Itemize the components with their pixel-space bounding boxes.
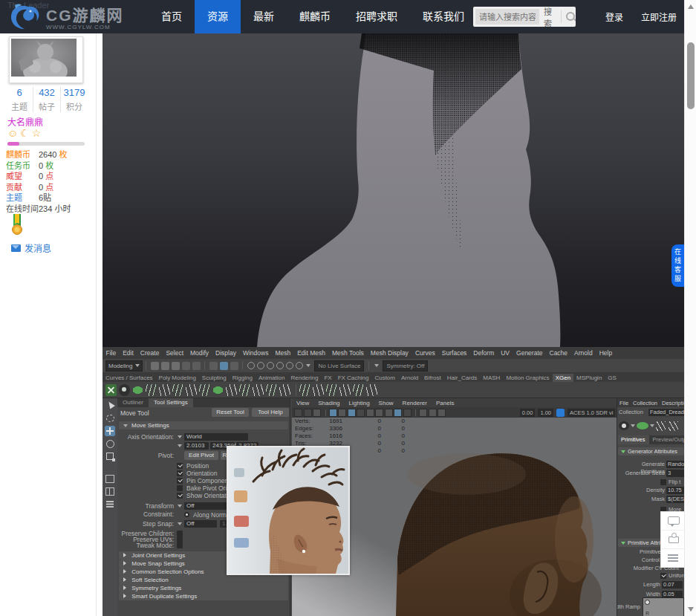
search-scope-label[interactable]: 搜索	[539, 7, 561, 27]
nav-item-home[interactable]: 首页	[149, 0, 195, 33]
online-service-tab[interactable]: 在线客服	[671, 244, 684, 287]
field-contribution: 贡献 0 点	[6, 182, 94, 193]
experience-progressbar	[7, 142, 85, 146]
tool-help-button: Tool Help	[252, 408, 289, 417]
snap-plane-icon	[276, 362, 284, 369]
nav-item-jobs[interactable]: 招聘求职	[343, 0, 410, 33]
maya-ui: FileEditCreate SelectModifyDisplay Windo…	[103, 347, 684, 616]
mask-field: $(DESC)/	[666, 496, 684, 503]
search-input[interactable]	[475, 9, 539, 25]
stat-posts[interactable]: 432 帖子	[33, 87, 60, 112]
colorspace-field: ACES 1.0 SDR vi	[567, 409, 615, 417]
experience-progress-fill	[7, 142, 19, 146]
move-x-field: 2.0103	[184, 442, 209, 450]
width-ramp-widget: R	[643, 597, 684, 616]
viewport-iconbar: 0.00 1.00 ACES 1.0 SDR vi	[292, 407, 617, 418]
open-scene-icon	[161, 362, 169, 370]
generate-primitives-field: Randomly	[666, 461, 684, 468]
scroll-down-arrow-icon[interactable]	[688, 607, 694, 612]
outliner-pane-icon	[105, 499, 115, 509]
generator-attributes-section: Generator Attributes	[618, 447, 684, 455]
xgen-toolbar-icons	[619, 418, 684, 434]
xgen-shelf-icons	[103, 382, 684, 398]
user-fields: 麒麟币 2640 枚 任务币 0 枚 威望 0 点 贡献 0 点 主题 6贴 在…	[6, 149, 94, 215]
density-field: 10.75	[666, 487, 684, 494]
field-online-time: 在线时间 234 小时	[6, 204, 94, 215]
user-stats: 6 主题 432 帖子 3179 积分	[6, 87, 88, 112]
redo-icon	[192, 362, 201, 370]
home-button[interactable]	[661, 531, 685, 549]
nav-item-contact[interactable]: 联系我们	[410, 0, 477, 33]
collection-name-field: Faded_Dreads	[648, 409, 684, 416]
reference-photo	[227, 446, 350, 575]
quick-action-widget	[660, 511, 686, 568]
new-scene-icon	[151, 362, 159, 370]
exposure-field: 0.00	[520, 409, 536, 417]
add-primitives-icon	[656, 421, 666, 431]
move-settings-section: Move Settings	[119, 421, 288, 429]
move-tool-icon	[105, 426, 115, 436]
component-mode-icon	[230, 362, 238, 370]
post-screenshot-image[interactable]: FileEditCreate SelectModifyDisplay Windo…	[103, 33, 684, 616]
snap-point-icon	[267, 362, 274, 369]
scrollbar-thumb[interactable]	[687, 42, 695, 109]
collection-icon	[132, 384, 143, 396]
length-field: 0.07	[662, 581, 683, 589]
site-logo[interactable]: CG游麟网 WWW.CGYLW.COM	[6, 2, 124, 35]
xgen-menubar: FileCollectionDescriptions	[617, 398, 684, 407]
comment-button[interactable]	[661, 512, 685, 531]
model-head-render	[396, 450, 614, 616]
field-task-coin: 任务币 0 枚	[6, 161, 94, 172]
send-message-link[interactable]: 发消息	[7, 241, 51, 254]
reset-tool-button: Reset Tool	[212, 408, 249, 417]
symmetry-field: Symmetry: Off	[383, 360, 428, 372]
search-icon[interactable]	[561, 7, 576, 27]
nav-item-latest[interactable]: 最新	[241, 0, 287, 33]
nav-item-coin[interactable]: 麒麟币	[287, 0, 343, 33]
login-link[interactable]: 登录	[605, 10, 623, 23]
xgen-tabs: Primitives Preview/Output	[617, 435, 684, 444]
generator-seed-field: 3	[666, 470, 684, 477]
user-group-label: 大名鼎鼎	[7, 115, 43, 128]
field-prestige: 威望 0 点	[6, 171, 94, 182]
preview-icon	[619, 421, 629, 430]
user-badge-icons: ☺☾☆	[7, 127, 43, 139]
export-icon	[669, 421, 678, 431]
shelf-tab-xgen: XGen	[553, 374, 573, 382]
collapsed-section: Symmetry Settings	[119, 584, 288, 592]
make-live-icon	[296, 362, 303, 369]
object-mode-icon	[220, 362, 228, 370]
stat-points[interactable]: 3179 积分	[60, 87, 88, 112]
live-surface-field: No Live Surface	[314, 360, 364, 372]
list-icon	[668, 554, 678, 556]
save-scene-icon	[172, 362, 180, 370]
maya-status-line: Modeling No Live Surface	[103, 359, 684, 373]
gamma-field: 1.00	[538, 409, 553, 417]
register-link[interactable]: 立即注册	[641, 10, 677, 23]
collapsed-section: Smart Duplicate Settings	[119, 592, 288, 600]
scroll-up-arrow-icon[interactable]	[688, 4, 694, 9]
maya-toolbox	[103, 398, 118, 616]
nav-item-resources[interactable]: 资源	[195, 0, 241, 33]
colorspace-icon	[556, 409, 565, 417]
select-mode-icon	[209, 362, 218, 370]
top-navbar: The Leader CG游麟网 WWW.CGYLW.COM 首页 资源 最新 …	[0, 0, 696, 33]
page-scrollbar[interactable]	[684, 0, 696, 616]
snap-view-icon	[286, 362, 293, 369]
stat-threads[interactable]: 6 主题	[6, 87, 33, 112]
user-avatar[interactable]	[9, 36, 83, 83]
xgen-shelf-icon	[105, 384, 117, 396]
tab-preview-output: Preview/Output	[649, 435, 684, 444]
home-icon	[669, 536, 679, 543]
list-button[interactable]	[661, 549, 685, 567]
field-threads: 主题 6贴	[6, 192, 94, 204]
main-nav: 首页 资源 最新 麒麟币 招聘求职 联系我们	[149, 0, 477, 33]
step-snap-field: Off	[184, 520, 217, 528]
render-silhouette-image	[103, 33, 684, 347]
maya-shelf-tabs: Curves / SurfacesPoly Modeling Sculpting…	[103, 372, 684, 383]
eye-icon	[119, 384, 130, 396]
scale-tool-icon	[105, 451, 115, 461]
user-sidebar: 6 主题 432 帖子 3179 积分 大名鼎鼎 ☺☾☆ 麒麟币 2640 枚 …	[0, 33, 97, 616]
menuset-dropdown: Modeling	[105, 360, 143, 372]
dragon-logo-icon	[6, 2, 45, 35]
